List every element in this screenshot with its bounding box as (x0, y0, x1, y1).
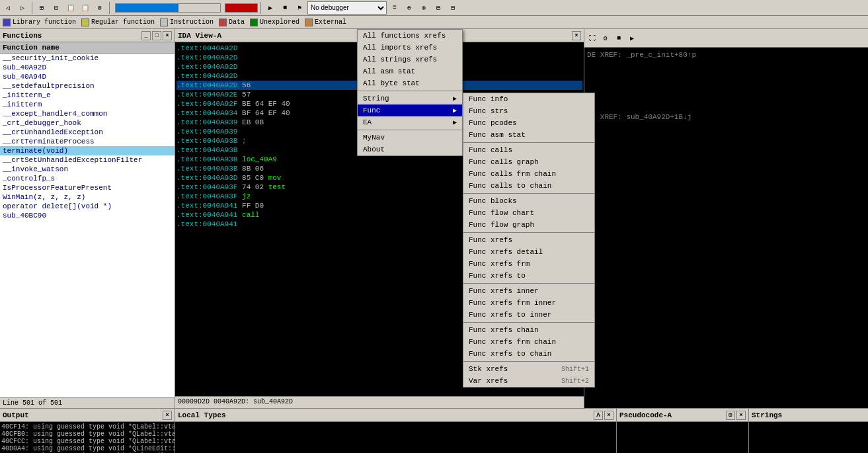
main-toolbar: ◁ ▷ ⊞ ⊡ 📋 📋 ⚙ ▶ ■ ⚑ No debugger ≡ ⊕ ⊗ ⊞ … (0, 0, 868, 16)
pseudocode-close-btn[interactable]: × (736, 411, 746, 420)
func-menu-item[interactable]: Stk xrefsShift+1 (463, 363, 594, 375)
func-list-item[interactable]: __crtTerminateProcess (0, 137, 175, 146)
functions-list[interactable]: __security_init_cookiesub_40A92Dsub_40A9… (0, 54, 175, 397)
func-list-item[interactable]: __crtSetUnhandledExceptionFilter (0, 155, 175, 165)
func-list-item[interactable]: __except_handler4_common (0, 109, 175, 118)
toolbar-btn-9[interactable]: ■ (278, 1, 292, 15)
output-line: 40D0A4: using guessed type void *QLineEd… (1, 445, 173, 452)
func-menu-item[interactable]: Func xrefs frm chain (463, 336, 594, 348)
func-menu-item[interactable]: Func xrefs chain (463, 324, 594, 336)
menu-item[interactable]: All imports xrefs (358, 42, 462, 54)
xrefs-menu[interactable]: All functions xrefsAll imports xrefsAll … (357, 29, 463, 156)
ida-view-close-btn[interactable]: × (572, 31, 581, 40)
toolbar-btn-12[interactable]: ⊕ (403, 1, 416, 15)
toolbar-btn-1[interactable]: ◁ (1, 1, 15, 15)
func-menu-item[interactable]: Func xrefs detail (463, 246, 594, 258)
menu-item[interactable]: About (358, 144, 462, 155)
toolbar-btn-5[interactable]: 📋 (64, 1, 77, 15)
menu-item[interactable]: String▶ (358, 93, 462, 104)
func-menu-item[interactable]: Var xrefsShift+2 (463, 375, 594, 387)
func-menu-item[interactable]: Func strs (463, 105, 594, 117)
menu-item[interactable]: EA▶ (358, 116, 462, 128)
output-line: 40CFCC: using guessed type void *QLabel:… (1, 438, 173, 445)
func-list-item[interactable]: sub_40A92D (0, 63, 175, 72)
func-menu-item[interactable]: Func xrefs inner (463, 285, 594, 297)
func-menu-item[interactable]: Func xrefs (463, 234, 594, 246)
func-menu-item[interactable]: Func calls to chain (463, 180, 594, 192)
menu-item[interactable]: All strings xrefs (358, 54, 462, 65)
right-line-1: DE XREF: _pre_c_init+80↑p (587, 50, 865, 60)
toolbar-btn-2[interactable]: ▷ (16, 1, 29, 15)
func-menu-item[interactable]: Func pcodes (463, 117, 594, 129)
right-panel: ⛶ ⚙ ■ ▶ DE XREF: _pre_c_init+80↑p DE XRE… (584, 29, 868, 408)
legend-label-regular: Regular function (91, 19, 155, 26)
func-submenu[interactable]: Func infoFunc strsFunc pcodesFunc asm st… (463, 93, 595, 388)
functions-close-btn[interactable]: × (163, 31, 172, 40)
func-list-item[interactable]: operator delete[](void *) (0, 202, 175, 211)
func-menu-item[interactable]: Func xrefs to (463, 270, 594, 282)
toolbar-btn-10[interactable]: ⚑ (293, 1, 306, 15)
func-list-item[interactable]: terminate(void) (0, 146, 175, 155)
right-btn-3[interactable]: ■ (612, 32, 625, 45)
func-menu-item[interactable]: Func calls frm chain (463, 168, 594, 180)
func-list-item[interactable]: __crtUnhandledException (0, 128, 175, 137)
func-list-item[interactable]: __invoke_watson (0, 165, 175, 174)
func-list-item[interactable]: sub_40A94D (0, 72, 175, 81)
func-menu-item[interactable]: Func xrefs to inner (463, 309, 594, 321)
func-list-item[interactable]: _initterm_e (0, 91, 175, 100)
debugger-select[interactable]: No debugger (307, 1, 387, 15)
func-menu-item[interactable]: Func calls (463, 144, 594, 156)
right-btn-4[interactable]: ▶ (625, 32, 639, 45)
func-menu-item[interactable]: Func xrefs to chain (463, 348, 594, 360)
func-menu-item[interactable]: Func blocks (463, 195, 594, 207)
func-list-item[interactable]: _crt_debugger_hook (0, 118, 175, 128)
pseudocode-title: Pseudocode-A (619, 411, 672, 419)
toolbar-btn-4[interactable]: ⊡ (50, 1, 63, 15)
functions-column-header: Function name (0, 42, 175, 54)
menu-item[interactable]: Func▶ (358, 104, 462, 116)
ida-status-line: 00009D2D 0040A92D: sub_40A92D (175, 396, 584, 408)
func-menu-item[interactable]: Func xrefs frm inner (463, 297, 594, 309)
toolbar-btn-3[interactable]: ⊞ (35, 1, 48, 15)
func-list-item[interactable]: IsProcessorFeaturePresent (0, 183, 175, 192)
toolbar-btn-13[interactable]: ⊗ (417, 1, 430, 15)
menu-item[interactable]: MyNav (358, 132, 462, 144)
legend-label-unexplored: Unexplored (260, 19, 299, 26)
functions-restore-btn[interactable]: □ (152, 31, 161, 40)
right-content: DE XREF: _pre_c_init+80↑p DE XREF: sub_4… (584, 48, 868, 408)
func-menu-item[interactable]: Func calls graph (463, 156, 594, 168)
output-close-btn[interactable]: × (163, 411, 172, 420)
legend-label-data: Data (229, 19, 245, 26)
functions-minimize-btn[interactable]: _ (141, 31, 151, 40)
menu-item[interactable]: All byte stat (358, 77, 462, 89)
func-list-item[interactable]: __setdefaultprecision (0, 81, 175, 91)
func-list-item[interactable]: _controlfp_s (0, 174, 175, 183)
legend-color-data (219, 19, 227, 26)
menu-item[interactable]: All asm stat (358, 65, 462, 77)
func-menu-item[interactable]: Func asm stat (463, 129, 594, 141)
toolbar-btn-6[interactable]: 📋 (79, 1, 92, 15)
toolbar-btn-7[interactable]: ⚙ (93, 1, 106, 15)
localtypes-btn-1[interactable]: A (594, 411, 603, 420)
toolbar-btn-15[interactable]: ⊟ (446, 1, 459, 15)
menu-item[interactable]: All functions xrefs (358, 30, 462, 42)
func-list-item[interactable]: WinMain(z, z, z, z) (0, 192, 175, 202)
func-list-item[interactable]: __security_init_cookie (0, 54, 175, 63)
right-btn-2[interactable]: ⚙ (599, 32, 612, 45)
func-menu-item[interactable]: Func flow graph (463, 219, 594, 231)
toolbar-btn-8[interactable]: ▶ (264, 1, 277, 15)
localtypes-close-btn[interactable]: × (604, 411, 613, 420)
toolbar-btn-14[interactable]: ⊞ (432, 1, 445, 15)
right-btn-1[interactable]: ⛶ (586, 32, 599, 45)
toolbar-btn-11[interactable]: ≡ (388, 1, 401, 15)
legend-label-instruction: Instruction (170, 19, 214, 26)
menu-separator (463, 142, 594, 143)
legend-regular: Regular function (81, 19, 155, 26)
legend-instruction: Instruction (160, 19, 214, 26)
func-menu-item[interactable]: Func flow chart (463, 207, 594, 219)
func-menu-item[interactable]: Func xrefs frm (463, 258, 594, 270)
func-menu-item[interactable]: Func info (463, 93, 594, 105)
func-list-item[interactable]: sub_40BC90 (0, 211, 175, 220)
func-list-item[interactable]: _initterm (0, 100, 175, 109)
pseudocode-btn-1[interactable]: ⊞ (726, 411, 735, 420)
